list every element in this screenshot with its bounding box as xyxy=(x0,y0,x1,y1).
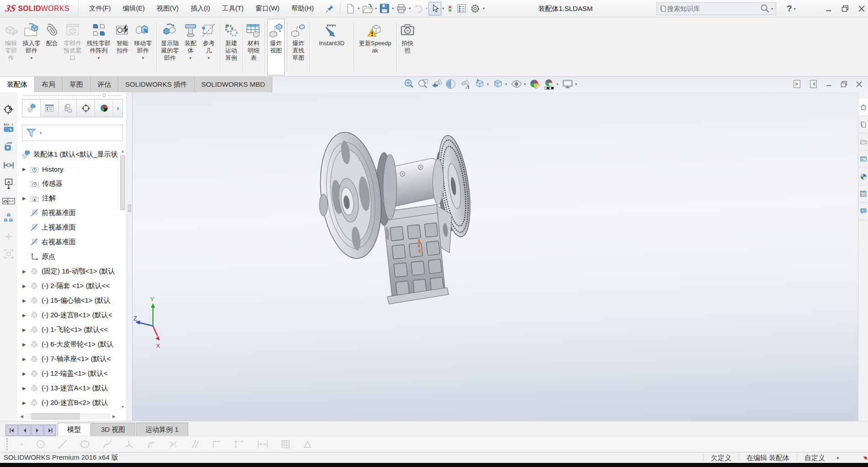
displaymanager-tab[interactable] xyxy=(95,100,113,117)
previous-tab-button[interactable] xyxy=(18,425,31,436)
take-snapshot-button[interactable]: 拍快照 xyxy=(399,19,416,75)
design-library-tab[interactable] xyxy=(858,133,868,151)
update-speedpak-button[interactable]: 更新Speedpak xyxy=(356,19,394,75)
save-button[interactable] xyxy=(378,2,391,16)
linear-component-pattern-button[interactable]: 线性零部件阵列▼ xyxy=(85,19,113,75)
propertymanager-tab[interactable] xyxy=(41,100,59,117)
toolbar-drag-handle[interactable] xyxy=(6,438,8,450)
edit-appearance-icon[interactable] xyxy=(529,78,541,90)
new-motion-study-button[interactable]: 新建运动算例 xyxy=(222,19,240,75)
hide-show-items-icon[interactable]: ▾ xyxy=(510,78,527,90)
3d-views-tab[interactable]: 3D 视图 xyxy=(91,423,135,436)
scroll-down-icon[interactable]: ▼ xyxy=(119,404,126,410)
scroll-up-icon[interactable]: ▲ xyxy=(119,148,126,154)
options-dropdown-icon[interactable]: ▾ xyxy=(483,6,485,10)
smart-fasteners-button[interactable]: 智能扣件 xyxy=(114,19,131,75)
pin-menubar-icon[interactable] xyxy=(323,2,336,15)
tree-item-part[interactable]: ▶ (-) 12-端盖<1> (默认< xyxy=(17,366,118,381)
knowledge-base-tab[interactable] xyxy=(858,116,868,133)
section-view-icon[interactable] xyxy=(445,78,457,90)
expand-arrow-icon[interactable]: ▶ xyxy=(22,395,26,410)
tree-horizontal-scrollbar[interactable]: ◀ ▶ xyxy=(18,413,117,420)
menu-view[interactable]: 视图(V) xyxy=(151,0,185,17)
expand-arrow-icon[interactable]: ▶ xyxy=(22,308,26,322)
expand-arrow-icon[interactable]: ▶ xyxy=(22,337,26,352)
close-button[interactable] xyxy=(858,5,865,12)
expand-arrow-icon[interactable]: ▶ xyxy=(22,264,26,278)
tab-evaluate[interactable]: 评估 xyxy=(90,77,118,92)
tree-item-part[interactable]: ▶ (-) 20-迷宫B<2> (默认 xyxy=(17,395,118,410)
model-tab[interactable]: 模型 xyxy=(58,423,90,436)
scroll-thumb[interactable] xyxy=(120,155,125,210)
tree-item-top-plane[interactable]: 上视基准面 xyxy=(17,220,118,235)
menu-file[interactable]: 文件(F) xyxy=(83,0,117,17)
tab-sketch[interactable]: 草图 xyxy=(63,77,90,92)
show-hidden-components-button[interactable]: 显示隐藏的零部件 xyxy=(159,19,181,75)
zoom-to-fit-icon[interactable] xyxy=(403,78,415,90)
tree-item-part[interactable]: ▶ (-) 1-飞轮<1> (默认<< xyxy=(17,322,118,337)
search-magnifier-icon[interactable] xyxy=(759,3,770,14)
first-tab-button[interactable] xyxy=(5,425,18,436)
dropdown-arrow-icon[interactable]: ▾ xyxy=(505,82,507,86)
open-button[interactable] xyxy=(360,2,374,16)
graphics-viewport[interactable]: Y Z X xyxy=(132,92,858,421)
expand-arrow-icon[interactable]: ▶ xyxy=(22,322,26,337)
filter-dropdown-icon[interactable]: ▾ xyxy=(40,131,42,135)
dropdown-arrow-icon[interactable]: ▼ xyxy=(30,54,33,60)
assembly-features-button[interactable]: 装配体▼ xyxy=(182,19,199,75)
tab-layout[interactable]: 布局 xyxy=(35,77,63,92)
expand-arrow-icon[interactable]: ▶ xyxy=(22,162,26,176)
dropdown-arrow-icon[interactable]: ▼ xyxy=(141,54,145,60)
options-gear-button[interactable] xyxy=(468,2,482,16)
tree-item-part[interactable]: ▶ (-) 13-迷宫A<1> (默认 xyxy=(17,381,118,395)
custom-properties-tab[interactable] xyxy=(858,203,868,220)
open-dropdown-icon[interactable]: ▾ xyxy=(375,6,377,10)
bill-of-materials-button[interactable]: 材料明细表 xyxy=(245,19,262,75)
mate-button[interactable]: 配合 xyxy=(43,19,61,75)
menu-insert[interactable]: 插入(I) xyxy=(185,0,216,17)
expand-arrow-icon[interactable]: ▶ xyxy=(22,191,26,205)
tree-item-part[interactable]: ▶ (-) 20-迷宫B<1> (默认< xyxy=(17,308,118,322)
document-restore-button[interactable] xyxy=(841,81,847,88)
tree-root-assembly[interactable]: 装配体1 (默认<默认_显示状 xyxy=(17,147,118,162)
properties-list-button[interactable] xyxy=(455,2,468,16)
search-input[interactable] xyxy=(667,5,759,12)
location-dimension-icon[interactable]: xxx xyxy=(2,122,15,134)
expand-arrow-icon[interactable]: ▶ xyxy=(22,278,26,293)
auto-dimension-scheme-icon[interactable] xyxy=(3,103,15,115)
print-dropdown-icon[interactable]: ▾ xyxy=(409,6,411,10)
select-dropdown-icon[interactable]: ▾ xyxy=(442,6,444,10)
scroll-left-icon[interactable]: ◀ xyxy=(18,414,25,419)
tree-filter[interactable]: ▾ xyxy=(22,125,123,141)
tree-item-history[interactable]: ▶ History xyxy=(17,162,118,176)
restore-button[interactable] xyxy=(842,5,849,12)
document-close-button[interactable] xyxy=(856,81,863,88)
view-palette-tab[interactable] xyxy=(858,168,868,185)
file-explorer-tab[interactable] xyxy=(858,151,868,168)
explode-line-sketch-button[interactable]: 爆炸直线草图 xyxy=(290,19,307,75)
new-document-button[interactable] xyxy=(344,2,357,16)
performance-pilot-icon[interactable] xyxy=(445,2,455,16)
splitter-grip[interactable] xyxy=(128,205,131,212)
home-tab[interactable] xyxy=(858,99,868,116)
tree-item-annotations[interactable]: ▶ A 注解 xyxy=(17,191,118,205)
menu-window[interactable]: 窗口(W) xyxy=(249,0,285,17)
menu-help[interactable]: 帮助(H) xyxy=(286,0,320,17)
tab-addins[interactable]: SOLIDWORKS 插件 xyxy=(118,77,195,92)
expand-arrow-icon[interactable]: ▶ xyxy=(22,366,26,381)
panel-splitter-handle[interactable] xyxy=(17,93,127,98)
instant3d-button[interactable]: Instant3D xyxy=(312,19,351,75)
expand-arrow-icon[interactable]: ▶ xyxy=(22,352,26,366)
tree-item-right-plane[interactable]: 右视基准面 xyxy=(17,235,118,249)
tree-item-front-plane[interactable]: 前视基准面 xyxy=(17,205,118,220)
last-tab-button[interactable] xyxy=(44,425,56,436)
next-tab-button[interactable] xyxy=(31,425,43,436)
annotation-view-icon[interactable]: A xyxy=(460,78,471,90)
reference-geometry-button[interactable]: 参考几▼ xyxy=(200,19,217,75)
panel-viewport-splitter[interactable] xyxy=(127,92,132,421)
help-button[interactable]: ? xyxy=(787,4,792,14)
tab-mbd[interactable]: SOLIDWORKS MBD xyxy=(195,77,272,92)
document-minimize-button[interactable] xyxy=(826,81,832,87)
tree-item-part[interactable]: ▶ (-) 15-偏心轴<1> (默认 xyxy=(17,293,118,308)
dropdown-arrow-icon[interactable]: ▾ xyxy=(556,82,558,86)
